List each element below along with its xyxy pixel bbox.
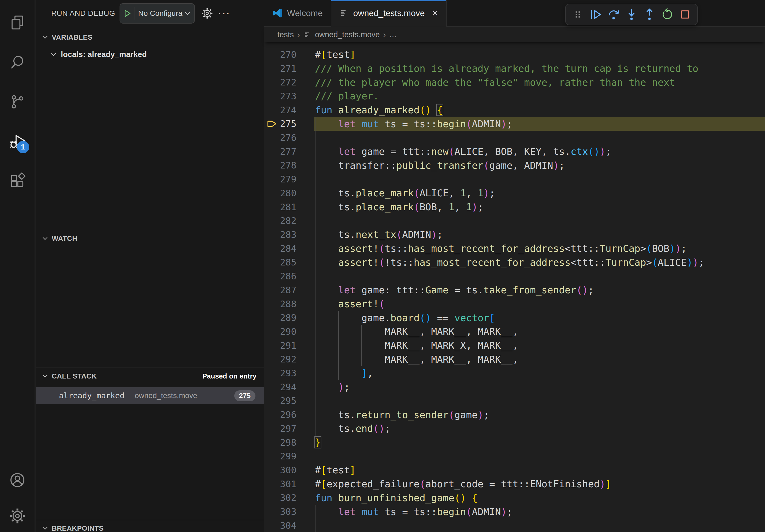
section-header-watch[interactable]: WATCH [36, 230, 264, 246]
code-line-303[interactable]: 303 let mut ts = ts::begin(ADMIN); [264, 505, 765, 519]
gutter-line-278[interactable]: 278 [264, 160, 314, 171]
editor-code-area[interactable]: 270#[test]271/// When a position is alre… [264, 42, 765, 532]
account-button[interactable] [4, 460, 31, 500]
code-line-295[interactable]: 295 [264, 394, 765, 408]
gutter-line-296[interactable]: 296 [264, 409, 314, 420]
call-stack-frame[interactable]: already_marked owned_tests.move 275 [36, 387, 264, 404]
code-line-279[interactable]: 279 [264, 172, 765, 186]
code-line-294[interactable]: 294 ); [264, 380, 765, 394]
code-line-297[interactable]: 297 ts.end(); [264, 421, 765, 435]
gutter-line-282[interactable]: 282 [264, 215, 314, 226]
gutter-line-286[interactable]: 286 [264, 271, 314, 282]
sidebar-item-search[interactable] [4, 42, 31, 82]
gutter-line-295[interactable]: 295 [264, 396, 314, 406]
gutter-line-304[interactable]: 304 [264, 520, 314, 531]
gutter-line-291[interactable]: 291 [264, 340, 314, 351]
section-header-variables[interactable]: VARIABLES [36, 29, 264, 46]
gutter-line-281[interactable]: 281 [264, 202, 314, 212]
code-line-272[interactable]: 272/// the player who made the "false" m… [264, 75, 765, 89]
gutter-line-270[interactable]: 270 [264, 49, 314, 60]
code-line-298[interactable]: 298} [264, 435, 765, 449]
breadcrumb-item-file[interactable]: owned_tests.move [315, 30, 380, 39]
section-header-breakpoints[interactable]: BREAKPOINTS [36, 520, 264, 532]
gutter-line-273[interactable]: 273 [264, 91, 314, 102]
tab-welcome[interactable]: Welcome [264, 0, 331, 26]
code-line-301[interactable]: 301#[expected_failure(abort_code = ttt::… [264, 477, 765, 491]
code-line-281[interactable]: 281 ts.place_mark(BOB, 1, 1); [264, 200, 765, 214]
gutter-line-294[interactable]: 294 [264, 382, 314, 393]
code-line-274[interactable]: 274fun already_marked() { [264, 103, 765, 117]
code-line-288[interactable]: 288 assert!( [264, 297, 765, 311]
code-line-286[interactable]: 286 [264, 269, 765, 283]
gutter-line-271[interactable]: 271 [264, 63, 314, 74]
gutter-line-285[interactable]: 285 [264, 257, 314, 268]
breadcrumb-item-tests[interactable]: tests [278, 30, 294, 39]
code-line-273[interactable]: 273/// player. [264, 89, 765, 103]
gutter-line-289[interactable]: 289 [264, 312, 314, 323]
tab-owned-tests-move[interactable]: owned_tests.move × [331, 0, 447, 26]
code-line-287[interactable]: 287 let game: ttt::Game = ts.take_from_s… [264, 283, 765, 297]
continue-icon[interactable] [587, 6, 604, 23]
code-line-283[interactable]: 283 ts.next_tx(ADMIN); [264, 228, 765, 242]
settings-button[interactable] [4, 500, 31, 532]
sidebar-item-run-and-debug[interactable]: 1 [4, 122, 31, 161]
code-line-300[interactable]: 300#[test] [264, 463, 765, 477]
gutter-line-287[interactable]: 287 [264, 285, 314, 296]
stop-icon[interactable] [677, 6, 693, 23]
gutter-line-280[interactable]: 280 [264, 188, 314, 198]
start-debugging-config-dropdown[interactable]: No Configura [120, 3, 195, 24]
gutter-line-274[interactable]: 274 [264, 105, 314, 116]
code-line-277[interactable]: 277 let game = ttt::new(ALICE, BOB, KEY,… [264, 145, 765, 158]
code-line-299[interactable]: 299 [264, 449, 765, 463]
gutter-line-297[interactable]: 297 [264, 423, 314, 434]
step-over-icon[interactable] [605, 6, 622, 23]
sidebar-item-source-control[interactable] [4, 82, 31, 122]
gutter-line-279[interactable]: 279 [264, 174, 314, 184]
code-line-289[interactable]: 289 game.board() == vector[ [264, 311, 765, 325]
close-icon[interactable]: × [432, 8, 438, 19]
gutter-line-300[interactable]: 300 [264, 465, 314, 475]
code-line-282[interactable]: 282 [264, 214, 765, 228]
step-out-icon[interactable] [641, 6, 658, 23]
toolbar-drag-grip[interactable] [570, 6, 586, 23]
code-line-304[interactable]: 304 [264, 519, 765, 532]
code-line-275[interactable]: 275 let mut ts = ts::begin(ADMIN); [264, 117, 765, 131]
gutter-line-303[interactable]: 303 [264, 506, 314, 517]
gutter-line-276[interactable]: 276 [264, 132, 314, 143]
step-into-icon[interactable] [623, 6, 640, 23]
code-line-296[interactable]: 296 ts.return_to_sender(game); [264, 408, 765, 421]
variables-scope-locals[interactable]: locals: already_marked [36, 46, 264, 63]
gutter-line-302[interactable]: 302 [264, 492, 314, 503]
code-line-280[interactable]: 280 ts.place_mark(ALICE, 1, 1); [264, 186, 765, 200]
gutter-line-283[interactable]: 283 [264, 229, 314, 240]
code-line-271[interactable]: 271/// When a position is already marked… [264, 62, 765, 76]
more-actions-icon[interactable]: ··· [219, 8, 231, 19]
gutter-line-277[interactable]: 277 [264, 146, 314, 157]
gutter-line-298[interactable]: 298 [264, 437, 314, 448]
sidebar-item-extensions[interactable] [4, 161, 31, 201]
gutter-line-284[interactable]: 284 [264, 243, 314, 254]
code-line-278[interactable]: 278 transfer::public_transfer(game, ADMI… [264, 158, 765, 172]
gutter-line-275[interactable]: 275 [264, 119, 314, 129]
section-header-call-stack[interactable]: CALL STACK Paused on entry [36, 368, 264, 384]
debug-settings-gear-button[interactable] [201, 8, 213, 19]
restart-icon[interactable] [659, 6, 675, 23]
code-line-284[interactable]: 284 assert!(ts::has_most_recent_for_addr… [264, 242, 765, 256]
code-line-285[interactable]: 285 assert!(!ts::has_most_recent_for_add… [264, 256, 765, 269]
breadcrumb-item-symbol[interactable]: … [389, 30, 397, 39]
sidebar-item-explorer[interactable] [4, 3, 31, 42]
gutter-line-293[interactable]: 293 [264, 368, 314, 379]
gutter-line-301[interactable]: 301 [264, 479, 314, 489]
code-line-293[interactable]: 293 ], [264, 366, 765, 380]
gutter-line-290[interactable]: 290 [264, 326, 314, 337]
code-line-276[interactable]: 276 [264, 131, 765, 145]
gutter-line-288[interactable]: 288 [264, 299, 314, 309]
code-line-292[interactable]: 292 MARK__, MARK__, MARK__, [264, 352, 765, 366]
code-line-302[interactable]: 302fun burn_unfinished_game() { [264, 491, 765, 505]
code-line-291[interactable]: 291 MARK__, MARK_X, MARK__, [264, 339, 765, 353]
code-line-270[interactable]: 270#[test] [264, 48, 765, 62]
gutter-line-299[interactable]: 299 [264, 451, 314, 461]
gutter-line-272[interactable]: 272 [264, 77, 314, 88]
gutter-line-292[interactable]: 292 [264, 354, 314, 365]
code-line-290[interactable]: 290 MARK__, MARK__, MARK__, [264, 325, 765, 339]
